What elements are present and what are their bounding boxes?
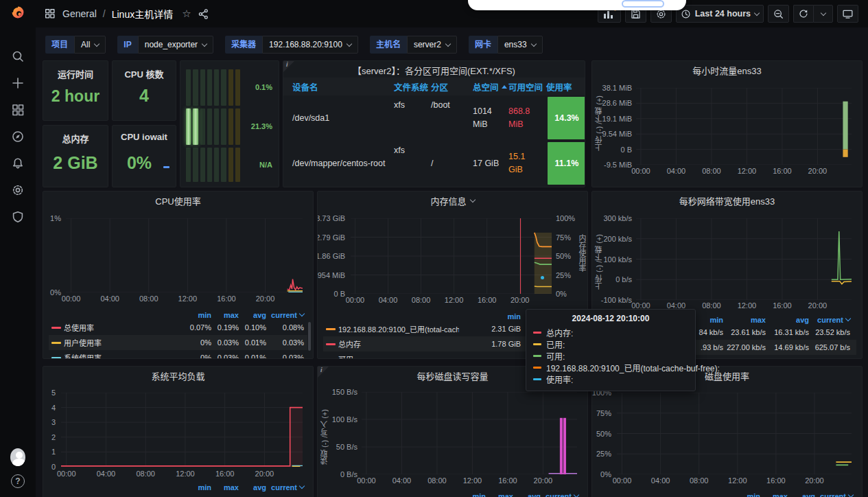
tooltip-row: 已用: [533, 338, 688, 350]
legend-sort-min[interactable]: min [723, 492, 760, 497]
favorite-star-icon[interactable]: ☆ [182, 8, 191, 20]
legend-sort-avg[interactable]: avg [766, 316, 809, 324]
panel-system-load: 系统平均负载 543210 00:0004:0008:0012:0016:002… [43, 366, 314, 497]
disk-usage-plot[interactable] [617, 393, 852, 474]
chevron-down-icon [299, 311, 305, 316]
legend-sort-max[interactable]: max [760, 492, 788, 497]
series-swatch [326, 343, 336, 345]
info-corner-icon[interactable]: i [318, 367, 329, 378]
series-label[interactable]: 总使用率 [64, 322, 174, 333]
chevron-down-icon [94, 41, 99, 46]
legend-sort-current[interactable]: current [815, 492, 853, 497]
legend-sort-max[interactable]: max [211, 311, 239, 319]
dashboard-grid-icon[interactable] [44, 8, 56, 20]
x-tick-label: 20:00 [808, 167, 828, 175]
network-plot[interactable] [636, 218, 852, 300]
cpu-plot[interactable] [66, 218, 303, 292]
y-tick-label: 1% [50, 214, 61, 222]
filter-value-dropdown[interactable]: 192.168.88.20:9100 [262, 36, 358, 54]
legend-row: 192.168.88.20:9100_已用(total-cache-buf-fr… [323, 321, 526, 336]
panel-title[interactable]: 内存信息 [318, 192, 587, 209]
y-tick-label: 9.54 MiB [602, 130, 632, 138]
legend-scrollbar[interactable] [308, 322, 311, 351]
legend-sort-max[interactable]: max [723, 316, 766, 324]
panel-title[interactable]: 每小时流量ens33 [592, 61, 862, 79]
stat-value: 2 GiB [43, 153, 108, 173]
legend-sort-current[interactable]: current [541, 492, 578, 497]
dashboards-icon[interactable] [10, 102, 25, 117]
alerting-bell-icon[interactable] [10, 156, 25, 171]
col-header-mount[interactable]: 分区 [431, 80, 473, 93]
col-header-avail[interactable]: 可用空间 [508, 80, 546, 93]
panel-title[interactable]: 运行时间 [43, 67, 108, 80]
disk-rw-plot[interactable] [362, 392, 577, 474]
y-tick-label: 0 B [620, 146, 632, 154]
table-row[interactable]: /dev/mapper/centos-root xfs / 17 GiB 15.… [283, 141, 585, 186]
legend-sort-avg[interactable]: avg [239, 483, 266, 492]
x-tick-label: 16:00 [478, 296, 497, 304]
refresh-button[interactable] [793, 5, 813, 23]
info-corner-icon[interactable]: i [283, 61, 294, 72]
y-tick-label: 100% [556, 214, 575, 222]
load-plot[interactable] [61, 393, 303, 467]
legend-sort-current[interactable]: current [266, 483, 304, 492]
panel-title[interactable]: CPU使用率 [43, 192, 313, 209]
x-tick-label: 16:00 [773, 167, 792, 175]
explore-compass-icon[interactable] [10, 129, 25, 144]
memory-legend: min 192.168.88.20:9100_已用(total-cache-bu… [323, 311, 526, 359]
popup-action-button[interactable] [622, 0, 664, 8]
legend-sort-max[interactable]: max [211, 483, 239, 492]
legend-sort-min[interactable]: min [174, 483, 211, 492]
legend-sort-min[interactable]: min [174, 311, 211, 319]
configuration-gear-icon[interactable] [10, 183, 25, 198]
panel-title[interactable]: CPU iowait [113, 132, 176, 142]
search-icon[interactable] [10, 49, 25, 64]
filter-value-dropdown[interactable]: All [74, 36, 106, 54]
time-range-picker[interactable]: Last 24 hours [676, 5, 764, 23]
share-icon[interactable] [198, 8, 209, 20]
breadcrumb-section[interactable]: General [62, 8, 97, 19]
legend-sort-current[interactable]: current [266, 311, 304, 319]
panel-title[interactable]: 【server2】：各分区可用空间(EXT.*/XFS) [283, 61, 585, 79]
legend-sort-avg[interactable]: avg [513, 492, 541, 497]
memory-plot[interactable] [351, 218, 552, 294]
panel-title[interactable]: 总内存 [43, 132, 108, 145]
tv-mode-button[interactable] [837, 5, 858, 23]
help-icon[interactable]: ? [10, 474, 25, 489]
filter-value-dropdown[interactable]: ens33 [497, 36, 543, 54]
legend-sort-avg[interactable]: avg [239, 311, 266, 319]
series-label[interactable]: 总内存 [338, 338, 459, 349]
zoom-out-time-button[interactable] [768, 5, 789, 23]
y-tick-label: 0% [50, 288, 61, 297]
page-title[interactable]: Linux主机详情 [112, 7, 173, 21]
legend-sort-avg[interactable]: avg [788, 492, 815, 497]
series-label[interactable]: 用户使用率 [64, 337, 174, 348]
series-label[interactable]: 192.168.88.20:9100_已用(total-cache-buf-fr… [338, 323, 459, 334]
y-axis-label-right: 内存使用率 [576, 234, 587, 272]
legend-sort-max[interactable]: max [486, 492, 513, 497]
user-avatar[interactable] [10, 450, 25, 465]
legend-sort-min[interactable]: min [459, 312, 521, 321]
col-header-device[interactable]: 设备名 [292, 80, 394, 93]
panel-title[interactable]: 每秒网络带宽使用ens33 [592, 192, 862, 209]
panel-title[interactable]: 系统平均负载 [43, 367, 313, 384]
refresh-interval-dropdown[interactable] [813, 5, 833, 23]
filter-value-dropdown[interactable]: server2 [407, 36, 457, 54]
col-header-usage[interactable]: 使用率 [546, 80, 585, 93]
series-label[interactable]: 系统使用率 [64, 352, 174, 359]
create-plus-icon[interactable] [10, 76, 25, 91]
table-row[interactable]: /dev/sda1 xfs /boot 1014 MiB 868.8 MiB 1… [283, 95, 585, 141]
legend-sort-min[interactable]: min [448, 492, 486, 497]
grafana-logo-icon[interactable] [10, 5, 25, 20]
series-label[interactable]: 可用 [338, 354, 459, 359]
chevron-down-icon [530, 41, 536, 46]
cell-mount: / [431, 159, 473, 168]
y-axis-ticks: 1%0% [43, 218, 64, 292]
col-header-fs[interactable]: 文件系统 [394, 80, 431, 93]
panel-title[interactable]: CPU 核数 [113, 67, 176, 80]
traffic-plot[interactable] [636, 88, 852, 165]
col-header-total[interactable]: 总空间 [473, 80, 508, 93]
filter-value-dropdown[interactable]: node_exporter [138, 36, 213, 54]
legend-sort-current[interactable]: current [809, 316, 850, 324]
admin-shield-icon[interactable] [10, 209, 25, 224]
